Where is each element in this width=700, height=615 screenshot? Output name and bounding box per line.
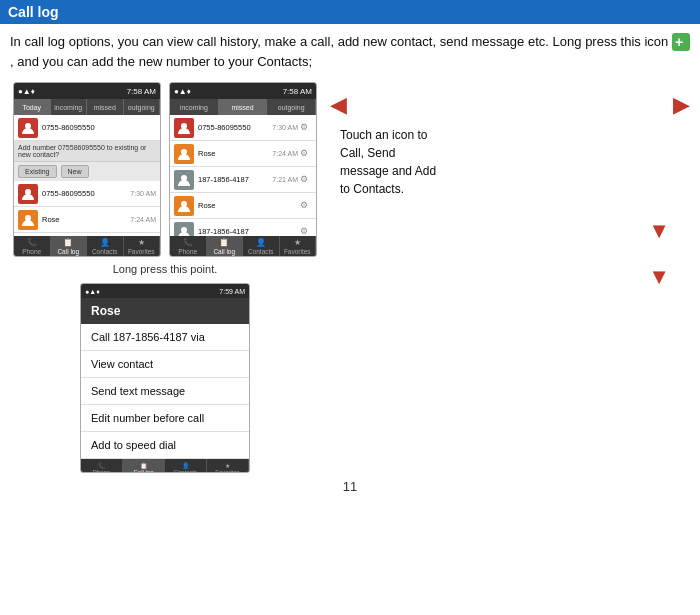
gear-icon-1[interactable]: ⚙ xyxy=(300,122,312,134)
tab-missed[interactable]: missed xyxy=(87,99,124,115)
vertical-arrows-group: ▼ ▼ xyxy=(330,218,690,310)
bottom-bar-2: 📞 Phone 📋 Call log 👤 Contacts ★ Favorite… xyxy=(170,236,316,256)
horizontal-arrows-row: ◀ ▶ xyxy=(330,92,690,118)
status-time-1: 7:58 AM xyxy=(127,87,156,96)
long-press-label: Long press this point. xyxy=(113,263,218,275)
menu-title: Rose xyxy=(81,298,249,324)
contacts-icon: 👤 xyxy=(100,238,110,247)
menu-calllog-icon: 📋 xyxy=(140,462,147,469)
contact-number: 0755-86095550 xyxy=(42,123,156,132)
menu-item-send-text[interactable]: Send text message xyxy=(81,378,249,405)
contact-row-p2-1: 0755-86095550 7:30 AM ⚙ xyxy=(170,115,316,141)
number-p2-4: Rose xyxy=(198,201,298,210)
contacts-icon-2: 👤 xyxy=(256,238,266,247)
avatar-p2-3 xyxy=(174,170,194,190)
avatar-3 xyxy=(18,210,38,230)
menu-item-edit-number[interactable]: Edit number before call xyxy=(81,405,249,432)
tab-today[interactable]: Today xyxy=(14,99,51,115)
menu-bottom-calllog[interactable]: 📋Call log xyxy=(123,459,165,473)
new-btn[interactable]: New xyxy=(61,165,89,178)
caption-line2: Call, Send xyxy=(340,144,436,162)
add-bar-text: Add number 075586095550 to existing or n… xyxy=(18,144,146,158)
phone-screenshots-row: ●▲♦ 7:58 AM Today incoming missed outgoi… xyxy=(13,82,317,257)
tab-outgoing-2[interactable]: outgoing xyxy=(267,99,316,115)
arrow-left-icon: ◀ xyxy=(330,92,347,118)
bottom-bar-1: 📞 Phone 📋 Call log 👤 Contacts ★ Favorite… xyxy=(14,236,160,256)
contact-number-2: 0755-86095550 xyxy=(42,189,130,198)
tab-missed-2[interactable]: missed xyxy=(219,99,268,115)
caption-line4: to Contacts. xyxy=(340,180,436,198)
menu-phone-icon: 📞 xyxy=(98,462,105,469)
contact-row-p2-4: Rose ⚙ xyxy=(170,193,316,219)
avatar-p2-2 xyxy=(174,144,194,164)
gear-icon-2[interactable]: ⚙ xyxy=(300,148,312,160)
phone-screenshot-2: ●▲♦ 7:58 AM incoming missed outgoing 075… xyxy=(169,82,317,257)
menu-bottom-phone[interactable]: 📞Phone xyxy=(81,459,123,473)
phone-screenshot-1: ●▲♦ 7:58 AM Today incoming missed outgoi… xyxy=(13,82,161,257)
page-number: 11 xyxy=(0,479,700,494)
menu-contacts-icon: 👤 xyxy=(182,462,189,469)
btn-row: Existing New xyxy=(14,162,160,181)
bottom-tab-calllog[interactable]: 📋 Call log xyxy=(51,236,88,256)
contact-number-3: Rose xyxy=(42,215,130,224)
bottom-tab-contacts[interactable]: 👤 Contacts xyxy=(87,236,124,256)
number-p2-1: 0755-86095550 xyxy=(198,123,272,132)
menu-status-bar: ●▲♦ 7:59 AM xyxy=(81,284,249,298)
header-title: Call log xyxy=(8,4,59,20)
avatar-p2-4 xyxy=(174,196,194,216)
tab-incoming-2[interactable]: incoming xyxy=(170,99,219,115)
calllog-icon-2: 📋 xyxy=(219,238,229,247)
status-bar-2: ●▲♦ 7:58 AM xyxy=(170,83,316,99)
bottom-tab-contacts-2[interactable]: 👤 Contacts xyxy=(243,236,280,256)
status-bar-1: ●▲♦ 7:58 AM xyxy=(14,83,160,99)
menu-item-view-contact[interactable]: View contact xyxy=(81,351,249,378)
menu-bottom-bar: 📞Phone 📋Call log 👤Contacts ★Favorites xyxy=(81,459,249,473)
body-paragraph: In call log options, you can view call h… xyxy=(0,24,700,78)
existing-btn[interactable]: Existing xyxy=(18,165,57,178)
favorites-icon: ★ xyxy=(138,238,145,247)
contact-row-3: Rose 7:24 AM xyxy=(14,207,160,233)
contact-row: 0755-86095550 xyxy=(14,115,160,141)
menu-bottom-contacts[interactable]: 👤Contacts xyxy=(165,459,207,473)
number-p2-5: 187-1856-4187 xyxy=(198,227,298,236)
avatar-2 xyxy=(18,184,38,204)
status-time-2: 7:58 AM xyxy=(283,87,312,96)
avatar xyxy=(18,118,38,138)
phone-icon: 📞 xyxy=(27,238,37,247)
section-header: Call log xyxy=(0,0,700,24)
time-p2-3: 7:21 AM xyxy=(272,176,298,183)
menu-screenshot: ●▲♦ 7:59 AM Rose Call 187-1856-4187 via … xyxy=(80,283,250,473)
menu-item-speed-dial[interactable]: Add to speed dial xyxy=(81,432,249,459)
contact-time-3: 7:24 AM xyxy=(130,216,156,223)
contact-time-2: 7:30 AM xyxy=(130,190,156,197)
time-p2-2: 7:24 AM xyxy=(272,150,298,157)
bottom-tab-favorites[interactable]: ★ Favorites xyxy=(124,236,161,256)
right-column: ◀ ▶ Touch an icon to Call, Send message … xyxy=(320,82,690,473)
paragraph-text2: , and you can add the new number to your… xyxy=(10,54,312,69)
number-p2-3: 187-1856-4187 xyxy=(198,175,272,184)
add-bar: Add number 075586095550 to existing or n… xyxy=(14,141,160,162)
bottom-tab-favorites-2[interactable]: ★ Favorites xyxy=(280,236,317,256)
calllog-icon: 📋 xyxy=(63,238,73,247)
favorites-icon-2: ★ xyxy=(294,238,301,247)
phone-tabs-1: Today incoming missed outgoing xyxy=(14,99,160,115)
gear-icon-4[interactable]: ⚙ xyxy=(300,200,312,212)
tab-incoming[interactable]: incoming xyxy=(51,99,88,115)
caption-line3: message and Add xyxy=(340,162,436,180)
contact-row-2: 0755-86095550 7:30 AM xyxy=(14,181,160,207)
main-content: ●▲♦ 7:58 AM Today incoming missed outgoi… xyxy=(0,78,700,473)
left-column: ●▲♦ 7:58 AM Today incoming missed outgoi… xyxy=(10,82,320,473)
add-contact-icon xyxy=(672,33,690,51)
bottom-tab-phone[interactable]: 📞 Phone xyxy=(14,236,51,256)
bottom-tab-phone-2[interactable]: 📞 Phone xyxy=(170,236,207,256)
menu-bottom-favorites[interactable]: ★Favorites xyxy=(207,459,249,473)
menu-item-call[interactable]: Call 187-1856-4187 via xyxy=(81,324,249,351)
time-p2-1: 7:30 AM xyxy=(272,124,298,131)
status-icons-2: ●▲♦ xyxy=(174,87,191,96)
gear-icon-3[interactable]: ⚙ xyxy=(300,174,312,186)
bottom-tab-calllog-2[interactable]: 📋 Call log xyxy=(207,236,244,256)
tab-outgoing[interactable]: outgoing xyxy=(124,99,161,115)
phone-tabs-2: incoming missed outgoing xyxy=(170,99,316,115)
contact-row-p2-3: 187-1856-4187 7:21 AM ⚙ xyxy=(170,167,316,193)
menu-favorites-icon: ★ xyxy=(225,462,230,469)
